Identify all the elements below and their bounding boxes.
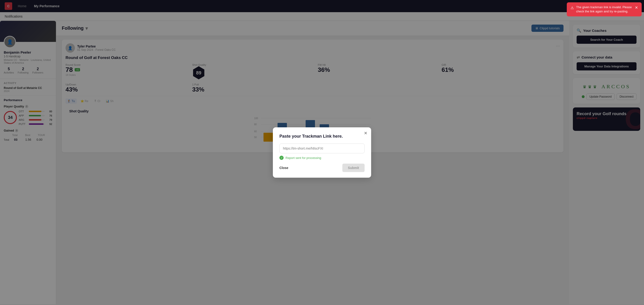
modal-footer: Close Submit bbox=[280, 164, 364, 172]
trackman-modal: Paste your Trackman Link here. ✕ ✓ Repor… bbox=[273, 127, 371, 178]
modal-title: Paste your Trackman Link here. bbox=[280, 134, 364, 139]
error-banner-close[interactable]: ✕ bbox=[635, 5, 638, 10]
trackman-link-input[interactable] bbox=[280, 144, 364, 153]
warning-icon: ⚠ bbox=[570, 6, 574, 10]
modal-success-message: ✓ Report sent for processing bbox=[280, 156, 364, 160]
modal-overlay: Paste your Trackman Link here. ✕ ✓ Repor… bbox=[0, 0, 644, 305]
error-banner: ⚠ The given trackman link is invalid. Pl… bbox=[567, 2, 642, 16]
modal-submit-button[interactable]: Submit bbox=[342, 164, 364, 172]
modal-close-x-button[interactable]: ✕ bbox=[364, 131, 368, 135]
error-banner-message: The given trackman link is invalid. Plea… bbox=[576, 5, 632, 14]
success-text: Report sent for processing bbox=[286, 156, 321, 160]
success-check-icon: ✓ bbox=[280, 156, 284, 160]
modal-close-button[interactable]: Close bbox=[280, 164, 288, 172]
